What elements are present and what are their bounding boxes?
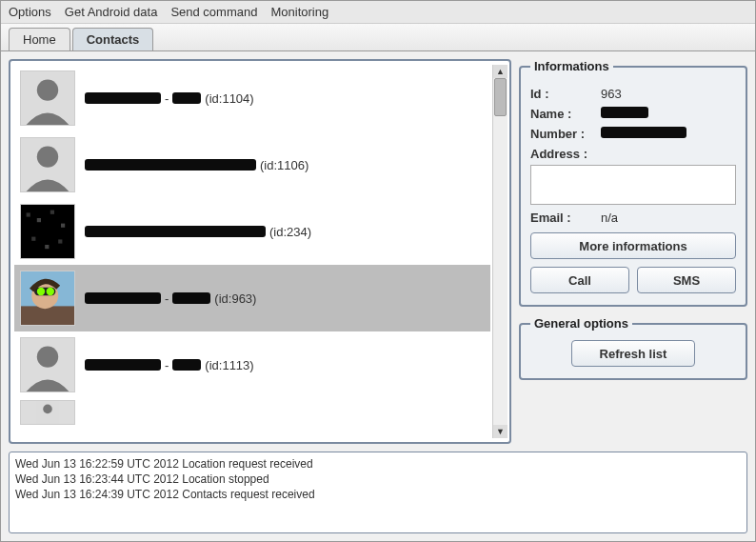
avatar-silhouette (20, 137, 75, 192)
redacted-name (85, 292, 161, 304)
informations-legend: Informations (530, 59, 613, 73)
avatar-noise (20, 204, 75, 259)
menu-options[interactable]: Options (9, 5, 51, 19)
general-options-legend: General options (530, 316, 632, 331)
menu-send-command[interactable]: Send command (170, 5, 257, 19)
contact-row[interactable]: - (id:1113) (14, 331, 490, 398)
svg-rect-6 (37, 218, 41, 222)
contact-row[interactable]: - (id:1104) (14, 65, 490, 131)
id-label: Id : (530, 87, 601, 101)
scroll-down-icon[interactable]: ▼ (493, 425, 507, 438)
side-pane: Informations Id :963 Name : Number : Add… (519, 59, 747, 444)
redacted-name (85, 226, 266, 237)
informations-panel: Informations Id :963 Name : Number : Add… (519, 59, 747, 307)
name-label: Name : (530, 107, 601, 121)
contact-id: (id:1104) (205, 91, 253, 106)
tab-contacts[interactable]: Contacts (72, 28, 154, 50)
log-pane: Wed Jun 13 16:22:59 UTC 2012 Location re… (9, 452, 747, 533)
log-line: Wed Jun 13 16:22:59 UTC 2012 Location re… (15, 456, 741, 472)
contact-id: (id:1113) (205, 358, 253, 372)
log-line: Wed Jun 13 16:24:39 UTC 2012 Contacts re… (15, 487, 741, 502)
address-box (530, 165, 736, 205)
refresh-list-button[interactable]: Refresh list (571, 340, 695, 367)
contact-id: (id:1106) (260, 158, 308, 172)
svg-point-16 (37, 288, 45, 295)
redacted-name (85, 92, 161, 104)
sms-button[interactable]: SMS (637, 267, 736, 293)
svg-point-3 (37, 146, 58, 167)
id-value: 963 (601, 87, 736, 101)
redacted-name-2 (172, 292, 210, 304)
contact-row-selected[interactable]: - (id:963) (14, 265, 490, 331)
redacted-name (85, 359, 161, 371)
app-window: Options Get Android data Send command Mo… (0, 0, 756, 542)
number-redacted (601, 127, 686, 138)
contact-label: - (id:1113) (85, 358, 254, 372)
svg-rect-4 (21, 205, 74, 258)
contact-id: (id:963) (214, 291, 256, 306)
contact-id: (id:234) (269, 225, 311, 239)
contacts-list-pane: - (id:1104) (id:1106) (9, 59, 511, 444)
svg-rect-13 (21, 306, 74, 325)
menubar: Options Get Android data Send command Mo… (1, 1, 755, 24)
email-value: n/a (601, 211, 736, 225)
general-options-panel: General options Refresh list (519, 316, 747, 380)
redacted-name (85, 159, 256, 171)
svg-rect-5 (27, 212, 30, 216)
contact-label: - (id:1104) (85, 91, 254, 106)
contact-row[interactable]: (id:234) (14, 198, 490, 265)
contact-row[interactable] (14, 398, 490, 427)
svg-point-1 (37, 79, 58, 100)
svg-rect-10 (45, 245, 49, 249)
svg-rect-7 (50, 211, 54, 214)
menu-get-android-data[interactable]: Get Android data (65, 5, 158, 19)
number-label: Number : (530, 127, 601, 141)
content-area: - (id:1104) (id:1106) (1, 51, 755, 541)
more-informations-button[interactable]: More informations (530, 232, 736, 259)
scroll-up-icon[interactable]: ▲ (493, 65, 507, 78)
contacts-list[interactable]: - (id:1104) (id:1106) (14, 65, 490, 438)
svg-rect-9 (31, 237, 35, 241)
svg-rect-8 (61, 224, 65, 228)
svg-point-17 (47, 288, 54, 295)
main-split: - (id:1104) (id:1106) (9, 59, 747, 444)
call-button[interactable]: Call (530, 267, 629, 293)
avatar-photo (20, 271, 75, 326)
email-label: Email : (530, 211, 601, 225)
scroll-thumb[interactable] (494, 78, 507, 116)
redacted-name-2 (172, 92, 201, 104)
log-line: Wed Jun 13 16:23:44 UTC 2012 Location st… (15, 472, 741, 487)
contact-label: - (id:963) (85, 291, 256, 306)
avatar-silhouette (20, 70, 75, 126)
tab-bar: Home Contacts (1, 24, 755, 51)
avatar-silhouette (20, 400, 75, 425)
contact-label: (id:1106) (85, 158, 308, 172)
svg-rect-11 (58, 239, 62, 243)
svg-point-19 (37, 346, 58, 367)
contact-row[interactable]: (id:1106) (14, 131, 490, 198)
menu-monitoring[interactable]: Monitoring (270, 5, 328, 19)
name-redacted (601, 107, 648, 118)
svg-point-21 (43, 405, 52, 414)
redacted-name-2 (172, 359, 201, 371)
contact-label: (id:234) (85, 225, 311, 239)
contacts-scrollbar[interactable]: ▲ ▼ (492, 65, 507, 438)
address-label: Address : (530, 147, 601, 161)
tab-home[interactable]: Home (9, 28, 70, 50)
avatar-silhouette (20, 337, 75, 392)
